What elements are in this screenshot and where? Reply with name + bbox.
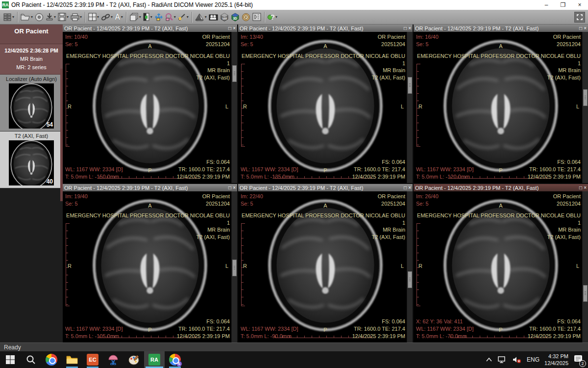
viewport-close-icon[interactable]: × xyxy=(408,26,411,31)
zoom-button[interactable]: ▾ xyxy=(164,11,177,24)
viewport-maximize-icon[interactable]: □ xyxy=(579,26,582,31)
file-explorer-icon[interactable] xyxy=(62,351,82,368)
dropdown-arrow-icon[interactable]: ▾ xyxy=(174,15,176,19)
fullscreen-icon[interactable] xyxy=(574,12,585,23)
notification-center-icon[interactable]: 2 xyxy=(573,354,583,365)
viewport-titlebar-active[interactable]: OR Pacient - 12/4/2025 2:39:19 PM - T2 (… xyxy=(414,184,588,191)
start-button[interactable] xyxy=(0,351,21,368)
3d-volume-button[interactable]: 3D xyxy=(230,11,241,24)
scrollbar-thumb[interactable] xyxy=(408,77,412,94)
flip-button[interactable] xyxy=(251,11,262,24)
window-level-button[interactable]: ▾ xyxy=(142,11,153,24)
network-icon[interactable] xyxy=(497,356,507,364)
search-icon[interactable] xyxy=(21,351,41,368)
viewport-3[interactable]: OR Pacient - 12/4/2025 2:39:19 PM - T2 (… xyxy=(414,25,588,183)
scrollbar-thumb[interactable] xyxy=(232,65,237,82)
viewport-close-icon[interactable]: × xyxy=(233,185,236,190)
viewport-titlebar[interactable]: OR Pacient - 12/4/2025 2:39:19 PM - T2 (… xyxy=(63,25,237,32)
viewport-close-icon[interactable]: × xyxy=(233,26,236,31)
viewport-scrollbar[interactable] xyxy=(407,191,413,342)
dropdown-arrow-icon[interactable]: ▾ xyxy=(12,15,14,19)
scrollbar-thumb[interactable] xyxy=(408,271,412,288)
volume-muted-icon[interactable] xyxy=(512,356,522,364)
viewport-close-icon[interactable]: × xyxy=(584,26,587,31)
ec-app-icon[interactable]: EC xyxy=(82,351,103,368)
series-item-t2-axi[interactable]: T2 (AXI, Fast) 40 xyxy=(0,131,63,188)
help-button[interactable]: ?▾ xyxy=(267,11,278,24)
series-thumbnail[interactable]: 40 xyxy=(9,140,54,185)
dropdown-arrow-icon[interactable]: ▾ xyxy=(54,15,56,19)
viewport-close-icon[interactable]: × xyxy=(584,185,587,190)
dropdown-arrow-icon[interactable]: ▾ xyxy=(187,15,189,19)
fusion-button[interactable]: F xyxy=(241,11,251,24)
viewport-4[interactable]: OR Pacient - 12/4/2025 2:39:19 PM - T2 (… xyxy=(63,184,237,342)
mpr-button[interactable]: MR xyxy=(219,11,230,24)
archive-button[interactable]: ▾ xyxy=(2,11,15,24)
save-button[interactable]: ▾ xyxy=(57,11,70,24)
window-titlebar[interactable]: RA OR Pacient - 12/4/2025 2:39:19 PM - T… xyxy=(0,0,588,10)
patient-name-header[interactable]: OR Pacient xyxy=(0,25,63,44)
viewport-image-area[interactable]: Im: 26/40Se: 5 OR Pacient20251204EMERGEN… xyxy=(414,191,588,342)
dropdown-arrow-icon[interactable]: ▾ xyxy=(80,15,82,19)
tray-chevron-icon[interactable] xyxy=(486,357,492,362)
viewport-titlebar[interactable]: OR Pacient - 12/4/2025 2:39:19 PM - T2 (… xyxy=(238,25,413,32)
rotate-3d-button[interactable]: ▾ xyxy=(194,11,208,24)
viewport-maximize-icon[interactable]: □ xyxy=(228,26,231,31)
download-button[interactable]: ▾ xyxy=(45,11,57,24)
cd-export-button[interactable] xyxy=(34,11,45,24)
open-folder-button[interactable]: ▾ xyxy=(20,11,34,24)
dropdown-arrow-icon[interactable]: ▾ xyxy=(121,15,123,19)
taskbar-clock[interactable]: 4:32 PM 12/4/2025 xyxy=(544,353,568,367)
study-info[interactable]: 12/4/2025 2:36:28 PM MR Brain MR: 2 seri… xyxy=(0,44,63,75)
viewport-scrollbar[interactable] xyxy=(582,191,588,342)
viewport-6[interactable]: OR Pacient - 12/4/2025 2:39:19 PM - T2 (… xyxy=(414,184,588,342)
viewport-titlebar[interactable]: OR Pacient - 12/4/2025 2:39:19 PM - T2 (… xyxy=(63,184,237,191)
viewport-image-area[interactable]: Im: 10/40Se: 5 OR Pacient20251204EMERGEN… xyxy=(63,32,237,183)
pan-button[interactable] xyxy=(153,11,164,24)
dropdown-arrow-icon[interactable]: ▾ xyxy=(205,15,207,19)
viewport-titlebar[interactable]: OR Pacient - 12/4/2025 2:39:19 PM - T2 (… xyxy=(414,25,588,32)
viewport-close-icon[interactable]: × xyxy=(408,185,411,190)
dropdown-arrow-icon[interactable]: ▾ xyxy=(67,15,69,19)
link-series-button[interactable]: ▾ xyxy=(100,11,114,24)
scrollbar-thumb[interactable] xyxy=(232,260,237,276)
series-item-localizer[interactable]: Localizer (Auto Align) 54 xyxy=(0,75,63,131)
chrome-profile-icon[interactable]: S xyxy=(165,351,185,368)
dropdown-arrow-icon[interactable]: ▾ xyxy=(150,15,152,19)
dropdown-arrow-icon[interactable]: ▾ xyxy=(275,15,277,19)
print-button[interactable]: ▾ xyxy=(70,11,83,24)
dropdown-arrow-icon[interactable]: ▾ xyxy=(97,15,99,19)
viewport-maximize-icon[interactable]: □ xyxy=(404,185,407,190)
viewport-image-area[interactable]: Im: 13/40Se: 5 OR Pacient20251204EMERGEN… xyxy=(238,32,413,183)
viewport-5[interactable]: OR Pacient - 12/4/2025 2:39:19 PM - T2 (… xyxy=(238,184,413,342)
close-button[interactable]: × xyxy=(571,0,588,10)
viewport-1[interactable]: OR Pacient - 12/4/2025 2:39:19 PM - T2 (… xyxy=(63,25,237,183)
minimize-button[interactable]: – xyxy=(538,0,555,10)
viewport-maximize-icon[interactable]: □ xyxy=(228,185,231,190)
language-indicator[interactable]: ENG xyxy=(527,356,539,363)
chrome-icon[interactable] xyxy=(41,351,62,368)
dropdown-arrow-icon[interactable]: ▾ xyxy=(31,15,33,19)
radiant-taskbar-icon[interactable]: RA xyxy=(144,351,165,368)
viewport-scrollbar[interactable] xyxy=(407,32,413,183)
viewport-image-area[interactable]: Im: 16/40Se: 5 OR Pacient20251204EMERGEN… xyxy=(414,32,588,183)
viewport-titlebar[interactable]: OR Pacient - 12/4/2025 2:39:19 PM - T2 (… xyxy=(238,184,413,191)
series-stack-button[interactable]: ▾ xyxy=(128,11,142,24)
viewport-maximize-icon[interactable]: □ xyxy=(579,185,582,190)
scrollbar-thumb[interactable] xyxy=(583,89,588,106)
viewport-scrollbar[interactable] xyxy=(582,32,588,183)
paint-icon[interactable] xyxy=(123,351,144,368)
viewport-image-area[interactable]: Im: 22/40Se: 5 OR Pacient20251204EMERGEN… xyxy=(238,191,413,342)
viewport-2[interactable]: OR Pacient - 12/4/2025 2:39:19 PM - T2 (… xyxy=(238,25,413,183)
viewport-maximize-icon[interactable]: □ xyxy=(404,26,407,31)
cine-button[interactable] xyxy=(208,11,219,24)
annotations-button[interactable]: A▾ xyxy=(114,11,124,24)
wl-curve-button[interactable]: ▾ xyxy=(177,11,190,24)
dropdown-arrow-icon[interactable]: ▾ xyxy=(139,15,141,19)
dropdown-arrow-icon[interactable]: ▾ xyxy=(111,15,113,19)
viewport-scrollbar[interactable] xyxy=(231,32,237,183)
layout-grid-button[interactable]: ▾ xyxy=(87,11,100,24)
viewport-image-area[interactable]: Im: 19/40Se: 5 OR Pacient20251204EMERGEN… xyxy=(63,191,237,342)
scrollbar-thumb[interactable] xyxy=(583,285,588,302)
restore-button[interactable]: ❐ xyxy=(555,0,571,10)
